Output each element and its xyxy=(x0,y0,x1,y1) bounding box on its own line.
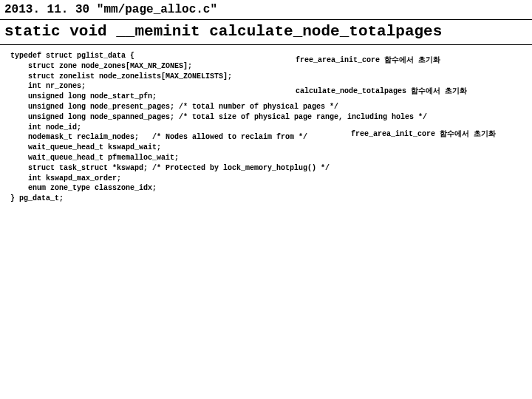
code-text: typedef struct pglist_data { struct zone… xyxy=(10,52,427,202)
title-text: static void __meminit calculate_node_tot… xyxy=(4,23,442,40)
header-file: "mm/page_alloc.c" xyxy=(97,3,217,16)
annotation-free-area-init-core-1: free_area_init_core 함수에서 초기화 xyxy=(296,55,440,66)
title-line: static void __meminit calculate_node_tot… xyxy=(0,20,532,45)
code-block: typedef struct pglist_data { struct zone… xyxy=(0,45,532,393)
annotation-calculate-node-totalpages: calculate_node_totalpages 함수에서 초기화 xyxy=(296,86,467,97)
annotation-free-area-init-core-2: free_area_init_core 함수에서 초기화 xyxy=(351,129,496,140)
header-date: 2013. 11. 30 xyxy=(4,3,89,16)
header-line: 2013. 11. 30 "mm/page_alloc.c" xyxy=(0,0,532,20)
